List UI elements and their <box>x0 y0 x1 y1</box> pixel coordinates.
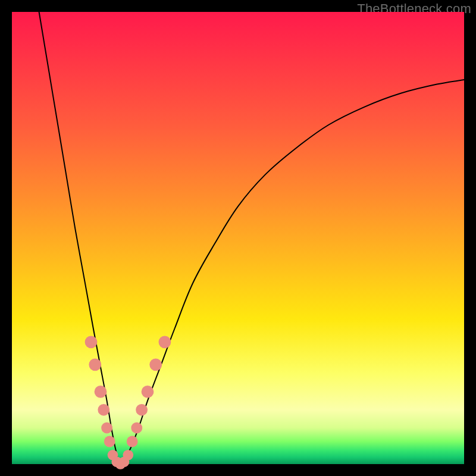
curve-marker <box>159 336 171 348</box>
curve-marker <box>149 358 162 371</box>
chart-svg <box>12 12 464 464</box>
curve-marker <box>123 450 134 461</box>
chart-frame <box>12 12 464 464</box>
curve-markers <box>85 336 171 469</box>
curve-marker <box>142 386 154 398</box>
curve-marker <box>89 358 101 371</box>
curve-marker <box>136 404 148 416</box>
curve-marker <box>98 404 109 416</box>
curve-marker <box>104 436 115 447</box>
curve-marker <box>127 436 138 447</box>
curve-marker <box>95 386 107 398</box>
curve-marker <box>131 422 142 434</box>
curve-marker <box>85 336 98 348</box>
curve-marker <box>101 422 112 434</box>
